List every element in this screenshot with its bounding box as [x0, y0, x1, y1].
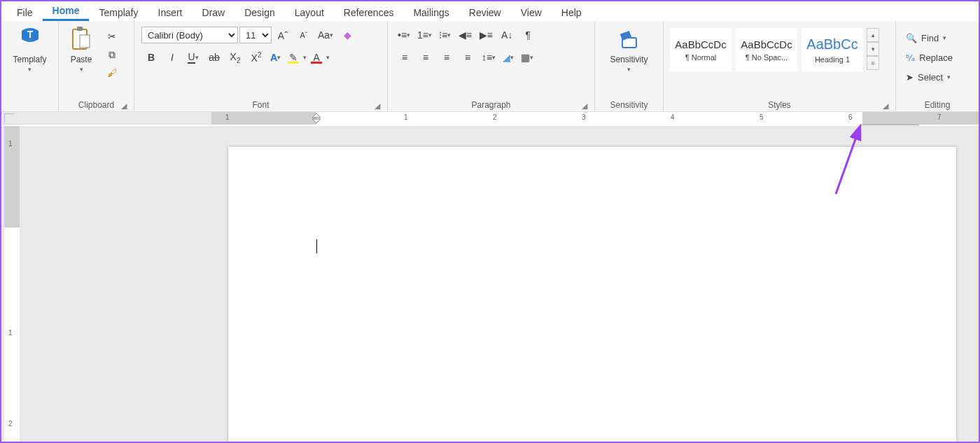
- menu-templafy[interactable]: Templafy: [89, 4, 148, 21]
- bullets-button[interactable]: •≡▾: [395, 27, 413, 43]
- format-painter-button[interactable]: 🖌: [102, 64, 122, 81]
- dialog-launcher-icon[interactable]: ◢: [373, 101, 382, 110]
- align-center-button[interactable]: ≡: [416, 49, 435, 66]
- bold-button[interactable]: B: [141, 49, 161, 66]
- templafy-button[interactable]: T Templafy ▾: [8, 24, 50, 74]
- dialog-launcher-icon[interactable]: ◢: [580, 101, 589, 110]
- align-left-icon: ≡: [402, 52, 407, 63]
- sort-icon: A↓: [501, 29, 512, 41]
- subscript-icon: X2: [230, 51, 241, 64]
- justify-button[interactable]: ≡: [458, 49, 477, 66]
- cut-button[interactable]: ✂: [102, 28, 122, 45]
- tab-selector[interactable]: [4, 113, 14, 123]
- menu-insert[interactable]: Insert: [148, 4, 192, 21]
- menu-help[interactable]: Help: [552, 4, 592, 21]
- clear-formatting-button[interactable]: ◆: [337, 27, 357, 43]
- superscript-button[interactable]: X2: [246, 49, 266, 66]
- show-marks-button[interactable]: ¶: [518, 27, 538, 43]
- shading-button[interactable]: ◢▾: [500, 49, 517, 66]
- align-right-button[interactable]: ≡: [437, 49, 456, 66]
- text-cursor: [316, 239, 317, 253]
- menu-draw[interactable]: Draw: [192, 4, 235, 21]
- ribbon: T Templafy ▾ Paste ▾ ✂ ⧉ 🖌 Clipboard: [1, 21, 979, 112]
- style-normal[interactable]: AaBbCcDc ¶ Normal: [670, 28, 732, 71]
- gallery-more-button[interactable]: ≡: [867, 56, 879, 70]
- dialog-launcher-icon[interactable]: ◢: [881, 101, 890, 110]
- line-spacing-button[interactable]: ↕≡▾: [479, 49, 498, 66]
- text-effects-button[interactable]: A▾: [267, 49, 284, 66]
- menu-mailings[interactable]: Mailings: [403, 4, 458, 21]
- svg-marker-6: [312, 113, 321, 118]
- line-spacing-icon: ↕≡: [482, 52, 492, 63]
- gallery-up-button[interactable]: ▴: [867, 28, 879, 42]
- text-effects-icon: A: [270, 52, 277, 63]
- subscript-button[interactable]: X2: [225, 49, 245, 66]
- group-label-font: Font: [252, 100, 269, 110]
- style-heading-1[interactable]: AaBbCc Heading 1: [802, 28, 863, 71]
- strikethrough-button[interactable]: ab: [204, 49, 224, 66]
- paste-button[interactable]: Paste ▾: [63, 24, 99, 74]
- shrink-font-button[interactable]: Aˇ: [294, 27, 314, 43]
- chevron-down-icon: ▾: [80, 66, 83, 73]
- style-no-spacing[interactable]: AaBbCcDc ¶ No Spac...: [736, 28, 797, 71]
- multilevel-list-button[interactable]: ⁝≡▾: [436, 27, 454, 43]
- scissors-icon: ✂: [108, 31, 116, 42]
- sensitivity-button[interactable]: Sensitivity ▾: [606, 24, 652, 74]
- menu-home[interactable]: Home: [43, 2, 90, 21]
- borders-button[interactable]: ▦▾: [518, 49, 536, 66]
- grow-font-button[interactable]: Aˆ: [273, 27, 293, 43]
- outdent-icon: ◀≡: [458, 29, 472, 41]
- decrease-indent-button[interactable]: ◀≡: [455, 27, 475, 43]
- menu-references[interactable]: References: [334, 4, 404, 21]
- strikethrough-icon: ab: [209, 52, 220, 63]
- paint-bucket-icon: ◢: [503, 52, 510, 63]
- font-size-combo[interactable]: 11: [239, 27, 272, 43]
- menu-view[interactable]: View: [511, 4, 552, 21]
- align-left-button[interactable]: ≡: [395, 49, 414, 66]
- select-button[interactable]: ➤Select▾: [903, 69, 955, 85]
- superscript-icon: X2: [251, 51, 262, 64]
- chevron-down-icon: ▾: [28, 66, 31, 73]
- cursor-icon: ➤: [906, 72, 913, 83]
- align-center-icon: ≡: [423, 52, 428, 63]
- underline-button[interactable]: U▾: [183, 49, 203, 66]
- highlight-button[interactable]: ✎: [285, 49, 302, 66]
- menu-file[interactable]: File: [7, 4, 43, 21]
- increase-indent-button[interactable]: ▶≡: [476, 27, 496, 43]
- italic-button[interactable]: I: [162, 49, 182, 66]
- font-color-button[interactable]: A: [308, 49, 325, 66]
- sort-button[interactable]: A↓: [497, 27, 517, 43]
- document-workspace: 1 1 2: [1, 126, 979, 442]
- replace-button[interactable]: ᵇ⁄ₐReplace: [903, 49, 955, 66]
- find-button[interactable]: 🔍Find▾: [903, 29, 955, 46]
- svg-marker-7: [312, 119, 321, 123]
- change-case-button[interactable]: Aa▾: [315, 27, 336, 43]
- multilevel-icon: ⁝≡: [439, 29, 447, 41]
- numbering-button[interactable]: 1≡▾: [414, 27, 435, 43]
- gallery-down-button[interactable]: ▾: [867, 42, 879, 56]
- replace-icon: ᵇ⁄ₐ: [906, 52, 915, 63]
- dialog-launcher-icon[interactable]: ◢: [120, 101, 128, 110]
- menu-design[interactable]: Design: [234, 4, 285, 21]
- svg-rect-2: [77, 27, 83, 31]
- indent-marker-icon[interactable]: [311, 112, 322, 125]
- font-name-combo[interactable]: Calibri (Body): [141, 27, 238, 43]
- paste-label: Paste: [71, 55, 92, 64]
- group-label-styles: Styles: [768, 100, 791, 110]
- paintbrush-icon: 🖌: [107, 67, 117, 78]
- document-page[interactable]: [228, 147, 956, 443]
- copy-button[interactable]: ⧉: [102, 46, 122, 63]
- vertical-ruler[interactable]: 1 1 2: [4, 126, 20, 442]
- italic-icon: I: [171, 52, 174, 63]
- sensitivity-icon: [615, 25, 643, 53]
- chevron-down-icon: ▾: [627, 66, 631, 73]
- copy-icon: ⧉: [108, 49, 115, 61]
- group-label-sensitivity: Sensitivity: [610, 100, 648, 110]
- menu-review[interactable]: Review: [459, 4, 511, 21]
- templafy-icon: T: [16, 25, 44, 53]
- horizontal-ruler[interactable]: 1 1 2 3 4 5 6 7 Right Margin: [1, 112, 979, 125]
- clipboard-icon: [67, 25, 95, 53]
- search-icon: 🔍: [906, 33, 917, 43]
- menu-layout[interactable]: Layout: [285, 4, 334, 21]
- group-label-paragraph: Paragraph: [471, 100, 510, 110]
